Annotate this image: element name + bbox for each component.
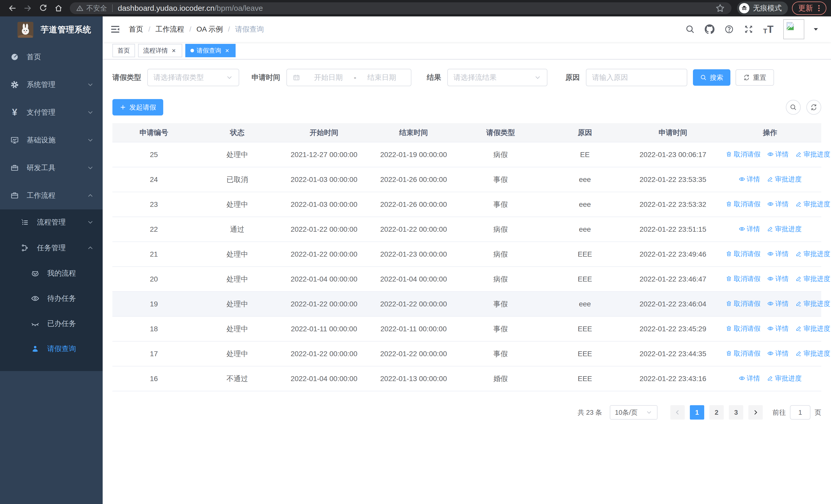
result-select[interactable]: 请选择流结果: [447, 69, 547, 86]
cell-end-time: 2022-01-26 00:00:00: [369, 167, 458, 192]
action-detail-link[interactable]: 详情: [767, 150, 789, 159]
create-leave-button[interactable]: 发起请假: [112, 99, 163, 116]
search-button[interactable]: 搜索: [693, 69, 730, 86]
action-progress-link[interactable]: 审批进度: [795, 200, 830, 209]
cell-start-time: 2022-01-03 00:00:00: [279, 192, 369, 217]
sidebar-item-label: 已办任务: [47, 319, 76, 328]
action-detail-link[interactable]: 详情: [739, 374, 760, 383]
page-button-3[interactable]: 3: [729, 405, 743, 420]
action-cancel-link[interactable]: 取消请假: [725, 274, 761, 283]
page-button-2[interactable]: 2: [709, 405, 724, 420]
action-progress-link[interactable]: 审批进度: [767, 175, 802, 184]
apply-time-range-picker[interactable]: 开始日期 - 结束日期: [286, 69, 411, 86]
browser-menu-icon[interactable]: [814, 4, 823, 12]
security-indicator[interactable]: 不安全: [76, 4, 107, 13]
action-progress-link[interactable]: 审批进度: [795, 299, 830, 308]
cell-reason: eee: [543, 167, 627, 192]
sidebar-item-task-management[interactable]: 任务管理: [0, 235, 103, 261]
sidebar-item-devtools[interactable]: 研发工具: [0, 154, 103, 182]
tab-process-detail[interactable]: 流程详情×: [138, 44, 182, 57]
sidebar-item-my-process[interactable]: 我的流程: [0, 261, 103, 286]
browser-forward-button[interactable]: [21, 2, 34, 14]
sidebar-item-workflow[interactable]: 工作流程: [0, 182, 103, 209]
caret-down-icon[interactable]: [812, 25, 820, 33]
tags-view-bar: 首页流程详情×请假查询×: [103, 42, 831, 60]
action-cancel-link[interactable]: 取消请假: [725, 150, 761, 159]
browser-update-button[interactable]: 更新: [792, 2, 826, 15]
tab-close-icon[interactable]: ×: [224, 47, 230, 54]
action-progress-link[interactable]: 审批进度: [795, 274, 830, 283]
tab-close-icon[interactable]: ×: [170, 47, 177, 54]
search-icon[interactable]: [685, 24, 695, 34]
browser-reload-button[interactable]: [37, 2, 50, 14]
reset-button[interactable]: 重置: [736, 69, 774, 86]
warning-icon: [76, 4, 84, 12]
next-page-button[interactable]: [748, 405, 763, 420]
breadcrumb-item[interactable]: 工作流程: [155, 24, 184, 34]
action-detail-link[interactable]: 详情: [767, 249, 789, 259]
sidebar-item-todo-tasks[interactable]: 待办任务: [0, 286, 103, 311]
action-detail-link[interactable]: 详情: [767, 349, 789, 358]
action-progress-link[interactable]: 审批进度: [795, 150, 830, 159]
action-detail-link[interactable]: 详情: [739, 175, 760, 184]
create-leave-label: 发起请假: [130, 103, 156, 112]
github-icon[interactable]: [705, 24, 715, 34]
action-progress-link[interactable]: 审批进度: [767, 374, 802, 383]
action-cancel-link[interactable]: 取消请假: [725, 324, 761, 333]
action-detail-link[interactable]: 详情: [767, 274, 789, 283]
action-progress-link[interactable]: 审批进度: [795, 249, 830, 259]
sidebar-item-payment[interactable]: ¥支付管理: [0, 98, 103, 126]
action-cancel-link[interactable]: 取消请假: [725, 249, 761, 259]
tab-home[interactable]: 首页: [112, 44, 135, 57]
reason-input[interactable]: [592, 73, 681, 82]
action-detail-link[interactable]: 详情: [767, 324, 789, 333]
action-cancel-link[interactable]: 取消请假: [725, 349, 761, 358]
cell-start-time: 2022-01-22 00:00:00: [279, 292, 369, 317]
font-size-icon[interactable]: TT: [763, 24, 774, 34]
action-progress-link[interactable]: 审批进度: [795, 324, 830, 333]
breadcrumb-item[interactable]: OA 示例: [197, 24, 223, 34]
action-detail-link[interactable]: 详情: [767, 299, 789, 308]
breadcrumb-item: 请假查询: [235, 24, 264, 34]
avatar[interactable]: [783, 19, 804, 39]
toggle-search-button[interactable]: [786, 100, 801, 115]
refresh-table-button[interactable]: [806, 100, 821, 115]
cell-reason: EE: [543, 142, 627, 167]
collapse-sidebar-icon[interactable]: [110, 24, 121, 35]
page-button-1[interactable]: 1: [690, 405, 704, 420]
sidebar-item-system[interactable]: 系统管理: [0, 71, 103, 98]
action-progress-link[interactable]: 审批进度: [795, 349, 830, 358]
sidebar-item-infrastructure[interactable]: 基础设施: [0, 126, 103, 154]
sidebar-item-done-tasks[interactable]: 已办任务: [0, 311, 103, 336]
prev-page-button[interactable]: [670, 405, 685, 420]
help-icon[interactable]: [724, 24, 734, 34]
sidebar-menu: 首页系统管理¥支付管理基础设施研发工具工作流程流程管理任务管理我的流程待办任务已…: [0, 43, 103, 371]
browser-home-button[interactable]: [52, 2, 65, 14]
edit-icon: [795, 250, 802, 257]
fullscreen-icon[interactable]: [744, 24, 753, 34]
bookmark-star-icon[interactable]: [715, 3, 725, 13]
action-detail-link[interactable]: 详情: [767, 200, 789, 209]
cell-status: 处理中: [195, 242, 279, 267]
page-size-select[interactable]: 10条/页: [610, 405, 658, 420]
reason-field-wrap: [586, 69, 687, 86]
action-label: 详情: [775, 249, 789, 259]
goto-page-input[interactable]: [790, 405, 810, 420]
address-bar[interactable]: 不安全 dashboard.yudao.iocoder.cn/bpm/oa/le…: [70, 2, 732, 14]
tab-leave-query[interactable]: 请假查询×: [185, 44, 236, 57]
sidebar-item-leave-query[interactable]: 请假查询: [0, 336, 103, 361]
app-logo-row[interactable]: 芋道管理系统: [0, 17, 103, 43]
action-cancel-link[interactable]: 取消请假: [725, 200, 761, 209]
cell-leave-type: 病假: [458, 142, 543, 167]
sidebar-item-home[interactable]: 首页: [0, 43, 103, 71]
sidebar-item-process-management[interactable]: 流程管理: [0, 209, 103, 235]
breadcrumb-item[interactable]: 首页: [129, 24, 143, 34]
action-detail-link[interactable]: 详情: [739, 225, 760, 234]
action-cancel-link[interactable]: 取消请假: [725, 299, 761, 308]
action-progress-link[interactable]: 审批进度: [767, 225, 802, 234]
tab-label: 流程详情: [143, 47, 168, 55]
cell-status: 通过: [195, 217, 279, 242]
browser-back-button[interactable]: [6, 2, 19, 14]
leave-type-select[interactable]: 请选择请假类型: [147, 69, 239, 86]
cell-status: 处理中: [195, 267, 279, 292]
